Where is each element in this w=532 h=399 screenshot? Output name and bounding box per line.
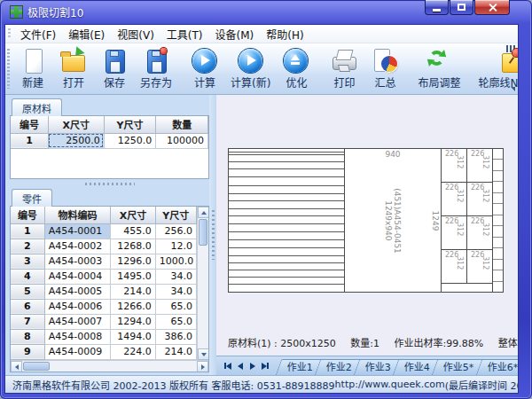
scroll-track[interactable] <box>51 361 197 372</box>
toolbar-button-new[interactable]: 新建 <box>12 45 53 92</box>
parts-cell[interactable]: 34.0 <box>155 284 196 299</box>
tab-parts[interactable]: 零件 <box>12 189 52 207</box>
parts-cell[interactable]: A454-0003 <box>44 254 111 269</box>
parts-cell[interactable]: 1494.0 <box>111 329 155 344</box>
cutting-layout-diagram[interactable]: 940 (451)A454-0451 1249x940 1249 2263122… <box>228 148 504 293</box>
parts-cell[interactable]: A454-0008 <box>44 329 111 344</box>
vertical-scroll-thumb[interactable] <box>199 219 207 246</box>
last-job-button[interactable] <box>259 359 271 372</box>
scroll-right-button[interactable] <box>197 361 208 372</box>
toolbar-more-icon[interactable] <box>511 87 515 91</box>
tab-materials[interactable]: 原材料 <box>12 98 62 116</box>
parts-cell[interactable]: 386.0 <box>155 329 196 344</box>
materials-cell[interactable]: 1250.0 <box>104 133 156 148</box>
arrow-right-icon <box>201 364 205 370</box>
row-header[interactable]: 6 <box>11 299 44 314</box>
row-header[interactable]: 1 <box>11 133 48 148</box>
toolbar: 新建打开保存另存为计算计算(新)优化打印汇总布局调整轮廓线NC代码 <box>5 43 518 95</box>
next-job-button[interactable] <box>246 359 259 372</box>
toolbar-button-summary[interactable]: 汇总 <box>364 45 405 92</box>
parts-cell[interactable]: 12.0 <box>155 239 196 254</box>
horizontal-splitter[interactable] <box>10 179 209 188</box>
job-tab-bar: 作业1作业2作业3作业4作业5*作业6*作业7作业8*作业9 <box>216 356 518 375</box>
leftover-piece <box>442 284 493 292</box>
toolbar-button-optimize[interactable]: 优化 <box>276 45 317 92</box>
menu-item-5[interactable]: 设备(M) <box>209 25 261 43</box>
horizontal-scroll-thumb[interactable] <box>23 362 50 371</box>
parts-cell[interactable]: 1296.0 <box>111 254 155 269</box>
scroll-left-button[interactable] <box>11 361 22 372</box>
menu-item-3[interactable]: 视图(V) <box>111 25 160 43</box>
toolbar-button-print[interactable]: 打印 <box>324 45 364 92</box>
toolbar-button-open[interactable]: 打开 <box>53 45 94 92</box>
toolbar-button-save[interactable]: 保存 <box>94 45 135 92</box>
piece-height-label: 312 <box>481 155 489 168</box>
strip-piece <box>229 285 344 292</box>
previous-job-button[interactable] <box>234 359 246 372</box>
parts-cell[interactable]: 256.0 <box>155 223 196 239</box>
row-header[interactable]: 1 <box>11 223 44 239</box>
parts-cell[interactable]: A454-0005 <box>44 284 111 299</box>
row-header[interactable]: 3 <box>11 254 44 269</box>
row-header[interactable]: 8 <box>11 329 44 344</box>
parts-cell[interactable]: 1495.0 <box>111 269 155 284</box>
toolbar-button-calcnew[interactable]: 计算(新) <box>225 45 276 92</box>
toolbar-button-nccode[interactable]: 轮廓线NC代码 <box>473 45 519 92</box>
parts-cell[interactable]: 224.0 <box>111 344 155 359</box>
parts-table-container: 编号物料编码X尺寸Y尺寸1A454-0001455.0256.02A454-00… <box>10 206 209 372</box>
parts-cell[interactable]: 65.0 <box>155 314 196 329</box>
parts-cell[interactable]: A454-0009 <box>44 344 111 359</box>
parts-cell[interactable]: 1268.0 <box>111 239 155 254</box>
small-piece: 226312 <box>467 183 493 216</box>
minimize-icon <box>433 9 441 12</box>
menu-item-2[interactable]: 编辑(E) <box>62 25 111 43</box>
first-job-button[interactable] <box>222 359 234 372</box>
parts-cell[interactable]: 1266.0 <box>111 299 155 314</box>
main-area: 原材料 编号X尺寸Y尺寸数量12500.01250.0100000 零件 编号物… <box>5 95 518 375</box>
parts-cell[interactable]: 214.0 <box>155 344 196 359</box>
parts-cell[interactable]: A454-0002 <box>44 239 111 254</box>
toolbar-button-saveas[interactable]: 另存为 <box>135 45 177 92</box>
parts-cell[interactable]: 65.0 <box>155 299 196 314</box>
toolbar-button-calc[interactable]: 计算 <box>184 45 225 92</box>
row-header[interactable]: 5 <box>11 284 44 299</box>
minimize-button[interactable] <box>425 0 449 15</box>
materials-cell[interactable]: 100000 <box>156 133 208 148</box>
scroll-up-button[interactable] <box>198 207 208 218</box>
parts-cell[interactable]: A454-0007 <box>44 314 111 329</box>
menu-bar: 文件(F)编辑(E)视图(V)工具(T)设备(M)帮助(H) <box>5 25 518 43</box>
parts-cell[interactable]: A454-0004 <box>44 269 111 284</box>
scroll-down-button[interactable] <box>198 348 208 360</box>
parts-cell[interactable]: A454-0006 <box>44 299 111 314</box>
parts-cell[interactable]: 34.0 <box>155 269 196 284</box>
toolbar-button-label: 新建 <box>22 74 43 90</box>
menu-item-4[interactable]: 工具(T) <box>160 25 209 43</box>
parts-horizontal-scrollbar[interactable] <box>11 360 208 372</box>
toolbar-button-layout[interactable]: 布局调整 <box>412 45 466 92</box>
maximize-button[interactable] <box>450 0 473 15</box>
materials-table-container: 编号X尺寸Y尺寸数量12500.01250.0100000 <box>10 115 209 179</box>
row-header[interactable]: 2 <box>11 239 44 254</box>
materials-cell[interactable]: 2500.0 <box>48 133 104 148</box>
menu-item-1[interactable]: 文件(F) <box>14 25 62 43</box>
menu-item-6[interactable]: 帮助(H) <box>260 25 309 43</box>
table-row: 5A454-0005214.034.0 <box>11 284 197 299</box>
row-header[interactable]: 9 <box>11 344 44 359</box>
scroll-track[interactable] <box>198 246 208 348</box>
parts-cell[interactable]: A454-0001 <box>44 223 111 239</box>
materials-table: 编号X尺寸Y尺寸数量12500.01250.0100000 <box>11 116 208 149</box>
header-row: 编号X尺寸Y尺寸数量 <box>11 116 208 133</box>
job-tab-6[interactable]: 作业6* <box>475 359 518 375</box>
parts-vertical-scrollbar[interactable] <box>197 207 208 360</box>
parts-cell[interactable]: 1000.0 <box>155 254 196 269</box>
row-header[interactable]: 7 <box>11 314 44 329</box>
table-row: 6A454-00061266.065.0 <box>11 299 197 314</box>
vertical-splitter[interactable] <box>209 95 216 375</box>
close-button[interactable] <box>474 0 510 15</box>
row-header[interactable]: 4 <box>11 269 44 284</box>
parts-cell[interactable]: 455.0 <box>111 223 155 239</box>
parts-cell[interactable]: 1294.0 <box>111 314 155 329</box>
piece-height-label: 312 <box>481 256 489 270</box>
parts-cell[interactable]: 214.0 <box>111 284 155 299</box>
status-url: http://www.queek.com <box>335 379 445 390</box>
